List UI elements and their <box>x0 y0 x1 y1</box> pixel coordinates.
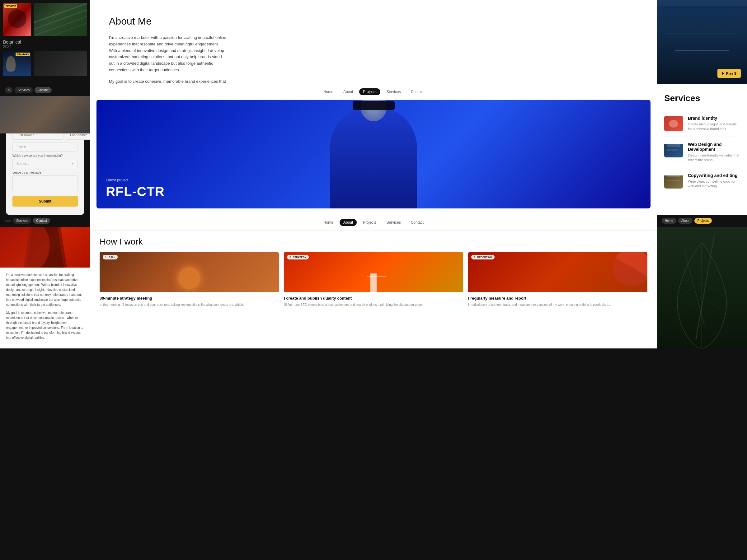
message-textarea[interactable] <box>12 176 78 191</box>
brand-icon <box>669 120 678 128</box>
how-nav-home[interactable]: Home <box>320 219 337 226</box>
botanical-label: Botanical <box>3 39 87 45</box>
reporting-card-title: I regularly measure and report <box>468 296 647 300</box>
dark-portrait-image: BRANDING <box>3 51 31 76</box>
botanical-label-group: Botanical 2024 <box>3 38 87 49</box>
service-select[interactable]: Select... ▾ <box>12 159 78 168</box>
message-label: Leave us a message <box>12 171 78 174</box>
glasses <box>353 101 395 110</box>
email-input[interactable] <box>12 142 78 152</box>
bl-nav-empty[interactable] <box>5 220 11 222</box>
svg-line-5 <box>678 283 702 297</box>
cell-top-left: PAYMENT Botanical 2024 BRANDING <box>0 0 90 84</box>
about-me-panel: About Me I'm a creative marketer with a … <box>90 0 657 84</box>
svg-line-3 <box>702 297 724 311</box>
branding-badge: BRANDING <box>16 53 30 56</box>
br-nav-projects[interactable]: Projects <box>694 218 712 224</box>
reporting-card-body: I regularly measure and report I meticul… <box>468 292 647 342</box>
svg-line-1 <box>702 268 722 285</box>
project-label: Latest project RFL-CTR <box>106 178 165 199</box>
br-nav-about[interactable]: About <box>678 218 693 224</box>
call-glow <box>178 267 200 289</box>
cell-bottom-left: Services Contact I'm a creative marketer… <box>0 215 90 348</box>
bottom-right-nav: Home About Projects <box>657 215 747 227</box>
call-badge: 1 · CALL <box>103 255 118 260</box>
how-i-work-panel: Home About Projects Services Contact How… <box>90 215 657 348</box>
contact-form: Which service are you interested in? Sel… <box>6 124 84 215</box>
strategy-card-image: 2 · STRATEGY <box>284 252 463 292</box>
play-label: Play S <box>726 72 737 75</box>
how-nav-services[interactable]: Services <box>383 219 405 226</box>
cell-bottom-right: Home About Projects <box>657 215 747 348</box>
how-nav-projects[interactable]: Projects <box>359 219 380 226</box>
services-panel: Services Brand identity Create unique lo… <box>657 84 747 215</box>
reporting-badge: 3 · REPORTING <box>471 255 495 260</box>
project-tag: Latest project <box>106 178 165 182</box>
svg-line-4 <box>681 268 702 285</box>
page-grid: PAYMENT Botanical 2024 BRANDING About Me… <box>0 0 747 560</box>
bl-nav-services[interactable]: Services <box>13 218 31 224</box>
nav-contact[interactable]: Contact <box>407 88 427 95</box>
nav-about[interactable]: About <box>340 88 357 95</box>
leaf-texture <box>657 240 747 348</box>
payment-badge: PAYMENT <box>4 4 17 8</box>
image-top-row: PAYMENT <box>3 3 87 36</box>
contact-nav: s Services Contact <box>0 84 90 96</box>
nav-projects[interactable]: Projects <box>359 88 380 95</box>
service-copywriting: Copywriting and editing Write clear, com… <box>664 168 740 194</box>
copy-line-2 <box>667 180 680 181</box>
bl-nav-contact[interactable]: Contact <box>33 218 50 224</box>
svg-line-6 <box>680 297 702 311</box>
call-card-image: 1 · CALL <box>100 252 279 292</box>
call-gradient <box>100 252 279 292</box>
nav-services[interactable]: Services <box>383 88 405 95</box>
reporting-half <box>616 252 647 276</box>
nav-pill-s[interactable]: s <box>5 87 13 93</box>
red-portrait-image: PAYMENT <box>3 3 31 36</box>
copywriting-name: Copywriting and editing <box>688 173 740 178</box>
leaf-svg <box>657 240 747 348</box>
play-button[interactable]: Play S <box>717 69 741 78</box>
web-design-name: Web Design and Development <box>688 142 740 152</box>
web-design-text: Web Design and Development Design user-f… <box>688 142 740 163</box>
how-nav-contact[interactable]: Contact <box>407 219 427 226</box>
copywriting-desc: Write clear, compelling copy for web and… <box>688 179 740 189</box>
how-nav-about[interactable]: About <box>340 219 357 226</box>
copy-thumb-bg <box>664 176 683 189</box>
leaf-image <box>34 3 87 36</box>
how-i-work-title: How I work <box>90 231 657 252</box>
how-i-work-nav: Home About Projects Services Contact <box>90 215 657 231</box>
horizon-line <box>367 276 386 276</box>
project-hero-image[interactable]: Latest project RFL-CTR <box>97 100 650 209</box>
nav-home[interactable]: Home <box>320 88 337 95</box>
nav-pill-contact[interactable]: Contact <box>34 87 51 93</box>
chevron-down-icon: ▾ <box>72 161 74 165</box>
red-hero-background <box>0 227 90 268</box>
reporting-card-desc: I meticulously document, track, and meas… <box>468 302 647 307</box>
contact-background-image <box>0 96 90 133</box>
copy-line-1 <box>667 176 680 177</box>
reporting-circle <box>606 252 647 292</box>
how-card-strategy: 2 · STRATEGY I create and publish qualit… <box>284 252 463 342</box>
reporting-card-image: 3 · REPORTING <box>468 252 647 292</box>
service-select-label: Which service are you interested in? <box>12 154 78 157</box>
play-icon <box>722 72 724 75</box>
copywriting-thumbnail <box>664 173 683 189</box>
nav-pill-services[interactable]: Services <box>15 87 33 93</box>
portrait-container <box>319 100 428 209</box>
strategy-gradient <box>284 252 463 292</box>
image-bottom-row: BRANDING <box>3 51 87 81</box>
brand-identity-desc: Create unique logos and visuals for a co… <box>688 122 740 132</box>
brand-identity-text: Brand identity Create unique logos and v… <box>688 116 740 132</box>
dark-square-image <box>34 51 87 76</box>
web-line-1 <box>667 144 680 147</box>
projects-nav: Home About Projects Services Contact <box>90 84 657 100</box>
contact-panel: s Services Contact Which service are you… <box>0 84 90 215</box>
copywriting-text: Copywriting and editing Write clear, com… <box>688 173 740 189</box>
submit-button[interactable]: Submit <box>12 196 78 207</box>
strategy-card-desc: I'll fine-tune SEO elements to attract c… <box>284 302 463 307</box>
reporting-gradient <box>468 252 647 292</box>
strategy-badge: 2 · STRATEGY <box>287 255 309 260</box>
bottom-left-text-panel: I'm a creative marketer with a passion f… <box>0 268 90 348</box>
br-nav-home[interactable]: Home <box>662 218 676 224</box>
